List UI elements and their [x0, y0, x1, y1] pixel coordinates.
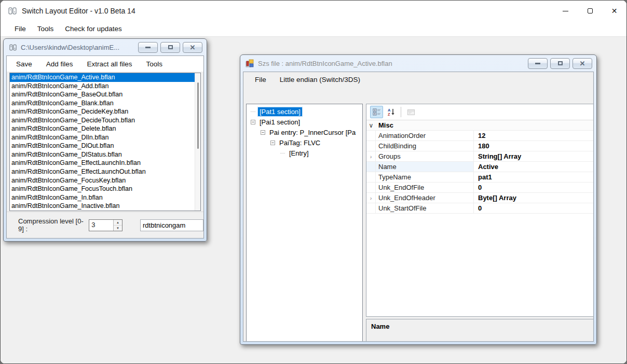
layout-tree[interactable]: [Pat1 section]−[Pai1 section]−Pai entry:…: [246, 104, 363, 342]
szs-close-button[interactable]: ✕: [573, 58, 592, 69]
property-row[interactable]: ›GroupsString[] Array: [366, 151, 594, 162]
property-row[interactable]: Unk_EndOfFile0: [366, 183, 594, 193]
file-list-item[interactable]: anim/RdtBtnIconGame_EffectLaunchOut.bfla…: [10, 167, 200, 176]
category-collapse-chevron-icon[interactable]: ∨: [366, 120, 376, 130]
tree-node-label[interactable]: [Entry]: [288, 149, 310, 158]
menu-check-updates[interactable]: Check for updates: [59, 23, 128, 35]
property-value[interactable]: Active: [474, 162, 594, 172]
property-expand-icon[interactable]: ›: [366, 193, 376, 203]
property-expand-icon[interactable]: ›: [366, 151, 376, 161]
tree-node-label[interactable]: PaiTag: FLVC: [278, 138, 322, 147]
file-list-item[interactable]: anim/RdtBtnIconGame_BaseOut.bflan: [10, 90, 200, 99]
tree-node[interactable]: −Pai entry: P_InnerCursor [Pa: [247, 127, 362, 137]
archive-toolbar: Save Add files Extract all files Tools: [7, 56, 203, 72]
property-row[interactable]: ›Unk_EndOfHeaderByte[] Array: [366, 193, 594, 203]
stepper-up-button[interactable]: ▲: [114, 220, 122, 226]
file-list[interactable]: anim/RdtBtnIconGame_Active.bflananim/Rdt…: [9, 73, 201, 211]
property-name[interactable]: TypeName: [376, 172, 474, 182]
file-list-item[interactable]: anim/RdtBtnIconGame_DecideKey.bflan: [10, 107, 200, 116]
property-name[interactable]: AnimationOrder: [376, 131, 474, 141]
szs-minimize-button[interactable]: [528, 58, 548, 69]
minimize-button[interactable]: [553, 1, 578, 21]
name-filter-input[interactable]: [140, 219, 203, 231]
archive-window-titlebar[interactable]: C:\Users\kindw\Desktop\animE... ✕: [6, 39, 204, 55]
property-pages-icon: [407, 108, 415, 116]
category-row[interactable]: ∨ Misc: [366, 120, 594, 131]
file-list-item[interactable]: anim/RdtBtnIconGame_DecideTouch.bflan: [10, 116, 200, 125]
save-button[interactable]: Save: [16, 58, 39, 70]
tree-node[interactable]: −PaiTag: FLVC: [247, 137, 362, 148]
file-list-scroll-thumb[interactable]: [197, 82, 199, 149]
property-name[interactable]: ChildBinding: [376, 141, 474, 151]
archive-window-client: Save Add files Extract all files Tools a…: [6, 55, 204, 239]
property-value[interactable]: 0: [474, 203, 594, 213]
property-name[interactable]: Name: [376, 162, 474, 172]
main-window: Switch Layout Editor - v1.0 Beta 14 ✕ Fi…: [0, 0, 627, 364]
tree-node[interactable]: [Pat1 section]: [247, 106, 362, 117]
tree-collapse-icon[interactable]: −: [251, 120, 255, 124]
property-row[interactable]: NameActive: [366, 162, 594, 172]
file-list-item[interactable]: anim/RdtBtnIconGame_Add.bflan: [10, 82, 200, 91]
property-value[interactable]: Byte[] Array: [474, 193, 594, 203]
add-files-button[interactable]: Add files: [46, 58, 80, 70]
property-value[interactable]: pat1: [474, 172, 594, 182]
file-list-scrollbar[interactable]: [195, 73, 200, 211]
menu-tools[interactable]: Tools: [32, 23, 60, 35]
property-row[interactable]: Unk_StartOfFile0: [366, 203, 594, 214]
alphabetical-sort-button[interactable]: A Z: [385, 106, 398, 118]
file-list-item[interactable]: anim/RdtBtnIconGame_Delete.bflan: [10, 124, 200, 133]
tree-collapse-icon[interactable]: −: [261, 130, 265, 135]
tree-node-label[interactable]: Pai entry: P_InnerCursor [Pa: [268, 128, 357, 137]
file-list-item[interactable]: anim/RdtBtnIconGame_Blank.bflan: [10, 99, 200, 108]
property-row-margin: [366, 141, 376, 151]
szs-menu-endian[interactable]: Little endian (Switch/3DS): [280, 76, 360, 83]
maximize-button[interactable]: [578, 1, 602, 21]
szs-window-titlebar[interactable]: Szs file : anim/RdtBtnIconGame_Active.bf…: [243, 55, 594, 72]
categorized-view-button[interactable]: [370, 106, 383, 118]
stepper-down-button[interactable]: ▼: [114, 226, 122, 231]
property-name[interactable]: Unk_EndOfFile: [376, 183, 474, 192]
szs-caption-buttons: ✕: [528, 58, 592, 69]
archive-caption-buttons: ✕: [138, 42, 202, 53]
tree-connector-line: [280, 153, 285, 153]
compression-value[interactable]: 3: [89, 220, 113, 231]
tree-collapse-icon[interactable]: −: [270, 141, 275, 145]
close-button[interactable]: ✕: [602, 1, 626, 21]
file-list-item[interactable]: anim/RdtBtnIconGame_Inactive.bflan: [10, 202, 200, 211]
file-list-item[interactable]: anim/RdtBtnIconGame_FocusTouch.bflan: [10, 185, 200, 193]
archive-close-button[interactable]: ✕: [183, 42, 202, 53]
file-list-item[interactable]: anim/RdtBtnIconGame_In.bflan: [10, 193, 200, 202]
file-list-item[interactable]: anim/RdtBtnIconGame_DlIn.bflan: [10, 133, 200, 142]
property-row[interactable]: ChildBinding180: [366, 141, 594, 151]
file-list-item[interactable]: anim/RdtBtnIconGame_DlStatus.bflan: [10, 150, 200, 159]
property-name[interactable]: Groups: [376, 151, 474, 161]
main-menubar: File Tools Check for updates: [1, 21, 626, 36]
form-icon: [246, 59, 254, 67]
property-row[interactable]: AnimationOrder12: [366, 131, 594, 141]
tree-node-label[interactable]: [Pai1 section]: [258, 118, 302, 127]
property-value[interactable]: 0: [474, 183, 594, 192]
compression-stepper[interactable]: 3 ▲ ▼: [89, 219, 122, 231]
property-value[interactable]: 12: [474, 131, 594, 141]
tree-node[interactable]: −[Pai1 section]: [247, 117, 362, 127]
szs-restore-button[interactable]: [550, 58, 570, 69]
app-title: Switch Layout Editor - v1.0 Beta 14: [22, 7, 135, 15]
property-value[interactable]: String[] Array: [474, 151, 594, 161]
menu-file[interactable]: File: [9, 23, 32, 35]
file-list-item[interactable]: anim/RdtBtnIconGame_EffectLaunchIn.bflan: [10, 159, 200, 167]
property-value[interactable]: 180: [474, 141, 594, 151]
extract-all-files-button[interactable]: Extract all files: [87, 58, 139, 70]
property-name[interactable]: Unk_EndOfHeader: [376, 193, 474, 203]
tree-node-label[interactable]: [Pat1 section]: [258, 107, 302, 116]
file-list-item[interactable]: anim/RdtBtnIconGame_Active.bflan: [10, 73, 200, 82]
property-row[interactable]: TypeNamepat1: [366, 172, 594, 183]
archive-tools-menu[interactable]: Tools: [146, 58, 170, 70]
archive-restore-button[interactable]: [160, 42, 180, 53]
property-pages-button[interactable]: [404, 106, 417, 118]
archive-minimize-button[interactable]: [138, 42, 158, 53]
file-list-item[interactable]: anim/RdtBtnIconGame_DlOut.bflan: [10, 142, 200, 150]
tree-node[interactable]: [Entry]: [247, 148, 362, 158]
property-name[interactable]: Unk_StartOfFile: [376, 203, 474, 213]
file-list-item[interactable]: anim/RdtBtnIconGame_FocusKey.bflan: [10, 176, 200, 185]
szs-menu-file[interactable]: File: [255, 76, 266, 83]
